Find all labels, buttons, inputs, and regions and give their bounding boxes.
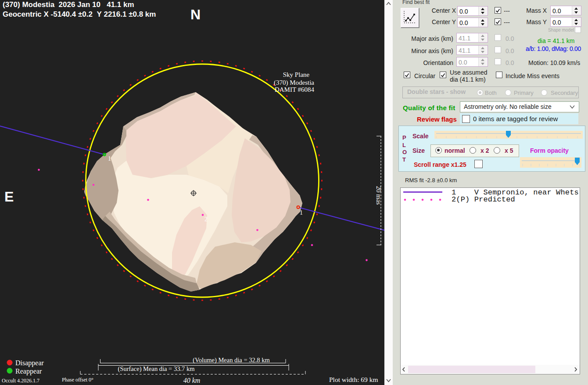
svg-text:Phase offset 0°: Phase offset 0° [62,377,93,383]
svg-text:2: 2 [204,216,208,223]
svg-text:(Surface) Mean dia = 33.7 km: (Surface) Mean dia = 33.7 km [118,365,195,373]
svg-text:E: E [4,189,14,205]
svg-text:1: 1 [300,209,303,216]
svg-text:(370) Modestia 2026 Jan 10: (370) Modestia 2026 Jan 10 41.1 km [3,0,134,9]
svg-text:Reappear: Reappear [15,367,42,375]
svg-text:N: N [190,7,201,22]
svg-text:Sky Plane: Sky Plane [283,71,310,78]
svg-text:Geocentric X -5140.4 ±0.2 Y 2: Geocentric X -5140.4 ±0.2 Y 2216.1 ±0.8 … [3,10,156,18]
svg-text:20 mas: 20 mas [375,186,382,205]
svg-text:DAMIT #6084: DAMIT #6084 [275,86,315,93]
svg-text:40 km: 40 km [183,377,201,384]
svg-text:(370) Modestia: (370) Modestia [274,79,314,86]
svg-text:Occult 4.2026.1.7: Occult 4.2026.1.7 [2,378,39,384]
svg-text:Disappear: Disappear [15,359,44,367]
svg-text:Plot width: 69 km: Plot width: 69 km [329,376,378,383]
svg-text:(Volume) Mean dia = 32.8 km: (Volume) Mean dia = 32.8 km [193,356,270,364]
svg-text:1: 1 [108,155,111,162]
